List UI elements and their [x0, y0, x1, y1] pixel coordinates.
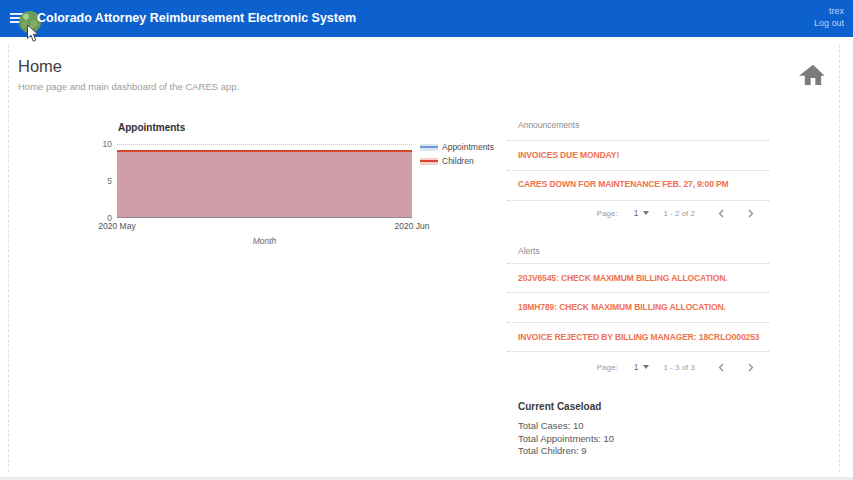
alerts-header: Alerts	[518, 246, 540, 256]
previous-page-button[interactable]	[717, 363, 726, 372]
y-axis-tick-label: 10	[103, 139, 112, 149]
chart-title: Appointments	[118, 122, 185, 133]
page-title: Home	[18, 57, 62, 76]
divider	[507, 351, 769, 352]
divider	[507, 292, 769, 293]
header-user-area: trex Log out	[814, 5, 844, 29]
x-axis-tick-label: 2020 Jun	[395, 221, 430, 231]
logout-link[interactable]: Log out	[814, 17, 844, 29]
legend-label: Appointments	[442, 142, 494, 152]
legend-swatch-icon	[420, 158, 438, 165]
caseload-total-appointments: Total Appointments: 10	[518, 433, 614, 446]
page-select-value: 1	[634, 362, 639, 372]
page-select-value: 1	[634, 208, 639, 218]
chevron-left-icon	[717, 209, 726, 218]
chart-area-series	[117, 150, 412, 217]
page-label: Page:	[597, 363, 618, 372]
caseload-total-cases: Total Cases: 10	[518, 420, 614, 433]
caseload-total-children: Total Children: 9	[518, 445, 614, 458]
username-link[interactable]: trex	[814, 5, 844, 17]
divider	[507, 263, 769, 264]
dropdown-arrow-icon	[643, 211, 649, 215]
left-edge-divider	[8, 45, 9, 472]
announcements-pagination: Page: 1 1 - 2 of 2	[507, 206, 769, 220]
chart-x-axis-label: Month	[117, 236, 412, 246]
alert-item[interactable]: 20JV6545: CHECK MAXIMUM BILLING ALLOCATI…	[518, 273, 764, 283]
cares-home-screen: Colorado Attorney Reimbursement Electron…	[0, 0, 853, 480]
gridline-top	[117, 144, 412, 145]
right-edge-divider	[839, 45, 840, 472]
app-header: Colorado Attorney Reimbursement Electron…	[0, 0, 853, 37]
announcements-header: Announcements	[518, 120, 579, 130]
chevron-left-icon	[717, 363, 726, 372]
legend-label: Children	[442, 156, 474, 166]
announcement-item[interactable]: CARES DOWN FOR MAINTENANCE FEB. 27, 9:00…	[518, 179, 764, 189]
legend-item: Children	[420, 156, 494, 166]
divider	[507, 322, 769, 323]
divider	[507, 200, 769, 201]
chevron-right-icon	[746, 363, 755, 372]
divider	[507, 140, 769, 141]
legend-swatch-icon	[420, 144, 438, 151]
next-page-button[interactable]	[746, 363, 755, 372]
page-range: 1 - 3 of 3	[663, 363, 695, 372]
alert-item[interactable]: 18MH789: CHECK MAXIMUM BILLING ALLOCATIO…	[518, 302, 764, 312]
page-select[interactable]: 1	[634, 208, 650, 218]
page-label: Page:	[597, 209, 618, 218]
mouse-cursor-icon	[26, 24, 39, 43]
chart-legend: AppointmentsChildren	[420, 142, 494, 170]
chart-plot: 05102020 May2020 Jun	[117, 144, 412, 218]
caseload-header: Current Caseload	[518, 401, 601, 412]
dropdown-arrow-icon	[643, 365, 649, 369]
divider	[507, 170, 769, 171]
announcement-item[interactable]: INVOICES DUE MONDAY!	[518, 150, 764, 160]
y-axis-tick-label: 5	[107, 176, 112, 186]
legend-item: Appointments	[420, 142, 494, 152]
previous-page-button[interactable]	[717, 209, 726, 218]
home-icon[interactable]	[799, 61, 827, 87]
x-axis-tick-label: 2020 May	[98, 221, 135, 231]
caseload-summary: Total Cases: 10 Total Appointments: 10 T…	[518, 420, 614, 458]
page-select[interactable]: 1	[634, 362, 650, 372]
page-subtitle: Home page and main dashboard of the CARE…	[18, 81, 239, 92]
chevron-right-icon	[746, 209, 755, 218]
app-title: Colorado Attorney Reimbursement Electron…	[37, 0, 356, 37]
page-range: 1 - 2 of 2	[663, 209, 695, 218]
alert-item[interactable]: INVOICE REJECTED BY BILLING MANAGER: 18C…	[518, 332, 764, 342]
next-page-button[interactable]	[746, 209, 755, 218]
alerts-pagination: Page: 1 1 - 3 of 3	[507, 360, 769, 374]
